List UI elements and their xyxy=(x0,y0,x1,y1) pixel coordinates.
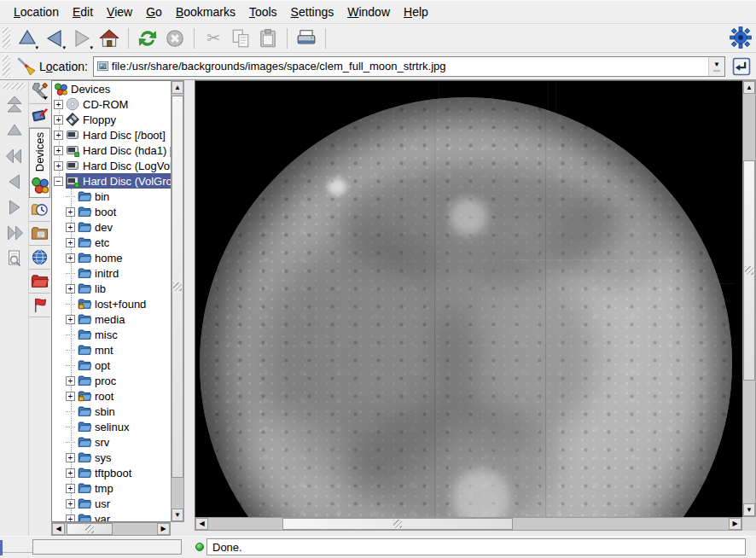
tree-vscrollbar[interactable]: ▲ ▼ xyxy=(171,80,184,522)
tree-row[interactable]: +proc xyxy=(52,373,171,388)
tree-row[interactable]: +tmp xyxy=(52,480,171,496)
preview-button[interactable] xyxy=(2,247,27,270)
tree-row[interactable]: +CD-ROM xyxy=(52,96,171,112)
menu-go[interactable]: Go xyxy=(139,2,169,22)
tree-row[interactable]: +root xyxy=(52,388,171,404)
tree-row[interactable]: sbin xyxy=(52,404,171,419)
tree-row[interactable]: +home xyxy=(52,250,171,265)
view-scroll-right-button[interactable]: ▶ xyxy=(729,518,741,530)
tree-scroll-up-button[interactable]: ▲ xyxy=(172,81,183,94)
menu-view[interactable]: View xyxy=(100,2,139,22)
first-page-button[interactable] xyxy=(2,144,27,167)
tree-scroll-left-button[interactable]: ◀ xyxy=(52,523,65,535)
tree-row[interactable]: +tftpboot xyxy=(52,465,171,480)
cut-button[interactable]: ✂ xyxy=(201,26,226,51)
previous-button[interactable] xyxy=(2,170,27,193)
tree-expander[interactable]: + xyxy=(66,514,75,523)
tree-row[interactable]: +Hard Disc (LogVol0 xyxy=(52,158,171,173)
view-scroll-up-button[interactable]: ▲ xyxy=(743,81,755,94)
menu-help[interactable]: Help xyxy=(397,2,435,22)
tree-expander[interactable]: + xyxy=(66,376,75,386)
tree-vscroll-thumb[interactable] xyxy=(172,96,183,478)
tree-row[interactable]: −Hard Disc (VolGrou xyxy=(52,173,171,189)
tree-expander[interactable]: + xyxy=(66,253,75,263)
print-button[interactable] xyxy=(294,26,319,51)
back-button[interactable]: ▾ xyxy=(42,26,67,51)
stop-button[interactable] xyxy=(162,26,188,51)
back-dropdown-arrow[interactable]: ▾ xyxy=(62,44,66,50)
clear-location-button[interactable] xyxy=(15,55,38,78)
paste-button[interactable] xyxy=(255,26,281,51)
up-button[interactable]: ▾ xyxy=(15,26,40,51)
sidebar-configure-button[interactable] xyxy=(29,80,50,104)
tree-row[interactable]: srv xyxy=(52,434,171,450)
tab-desktop[interactable] xyxy=(29,104,50,128)
nav-strip-handle[interactable] xyxy=(3,83,26,90)
tree-row[interactable]: +dev xyxy=(52,219,171,235)
tree-expander[interactable]: − xyxy=(54,177,63,186)
last-page-button[interactable] xyxy=(2,221,27,244)
forward-button[interactable]: ▾ xyxy=(69,26,95,51)
up-nav-button[interactable] xyxy=(2,119,27,142)
konqueror-gear-button[interactable] xyxy=(729,26,753,49)
tree-expander[interactable]: + xyxy=(54,146,63,155)
tree-row[interactable]: +lib xyxy=(52,281,171,296)
tree-expander[interactable]: + xyxy=(66,453,75,462)
panel-splitter[interactable] xyxy=(184,80,195,536)
tree-row[interactable]: initrd xyxy=(52,265,171,281)
location-dropdown-button[interactable]: ▼ xyxy=(708,57,724,76)
view-scroll-left-button[interactable]: ◀ xyxy=(195,518,208,530)
location-input[interactable] xyxy=(109,58,708,75)
next-button[interactable] xyxy=(2,195,27,218)
tree-expander[interactable]: + xyxy=(66,284,75,294)
tree-expander[interactable]: + xyxy=(54,100,63,109)
tree-row[interactable]: mnt xyxy=(52,342,171,357)
tree-expander[interactable]: + xyxy=(66,468,75,478)
tree-row[interactable]: +media xyxy=(52,311,171,327)
statusbar-handle[interactable] xyxy=(0,540,3,555)
go-button[interactable] xyxy=(730,55,753,78)
tab-network[interactable] xyxy=(29,246,50,270)
tree-expander[interactable]: + xyxy=(66,238,75,247)
menu-tools[interactable]: Tools xyxy=(242,2,284,22)
menu-window[interactable]: Window xyxy=(340,2,397,22)
location-combobox[interactable]: ▼ xyxy=(93,56,725,77)
tree-scroll-right-button[interactable]: ▶ xyxy=(157,523,170,535)
tree-row[interactable]: bin xyxy=(52,189,171,204)
tree-expander[interactable]: + xyxy=(66,484,75,493)
tree-row[interactable]: selinux xyxy=(52,419,171,434)
location-toolbar-handle[interactable] xyxy=(3,55,10,78)
tree-row[interactable]: +var xyxy=(52,511,171,522)
up-dropdown-arrow[interactable]: ▾ xyxy=(35,44,38,50)
tab-history[interactable] xyxy=(29,198,50,222)
menu-bookmarks[interactable]: Bookmarks xyxy=(169,2,242,22)
view-vscroll-thumb[interactable] xyxy=(743,160,755,381)
tree-row[interactable]: opt xyxy=(52,357,171,373)
tree-row[interactable]: +Hard Disc (hda1) [/ xyxy=(52,142,171,158)
tree-hscroll-thumb[interactable] xyxy=(67,523,113,535)
tree-row[interactable]: +usr xyxy=(52,496,171,511)
reload-button[interactable] xyxy=(135,26,160,51)
tree-row[interactable]: +Hard Disc [/boot] xyxy=(52,127,171,142)
home-button[interactable] xyxy=(96,26,122,51)
tree-row[interactable]: +boot xyxy=(52,204,171,219)
tree-row[interactable]: +etc xyxy=(52,235,171,250)
tab-home-folder[interactable] xyxy=(29,222,50,246)
tree-expander[interactable]: + xyxy=(54,131,63,140)
view-vscrollbar[interactable]: ▲ ▼ xyxy=(742,80,756,517)
view-hscroll-thumb[interactable] xyxy=(282,518,513,530)
top-button[interactable] xyxy=(2,93,27,116)
menu-settings[interactable]: Settings xyxy=(284,2,341,22)
tab-root-folder[interactable] xyxy=(29,270,50,294)
tree-hscrollbar[interactable]: ◀ ▶ xyxy=(51,522,171,536)
toolbar-handle[interactable] xyxy=(3,27,10,49)
copy-button[interactable] xyxy=(228,26,253,51)
tree-scroll-down-button[interactable]: ▼ xyxy=(172,509,183,521)
tree-expander[interactable]: + xyxy=(66,223,75,232)
tab-bookmarks[interactable] xyxy=(29,294,50,317)
tree-expander[interactable]: + xyxy=(54,161,63,171)
tree-row[interactable]: +sys xyxy=(52,450,171,465)
tree-expander[interactable]: + xyxy=(66,207,75,217)
image-view[interactable] xyxy=(195,80,742,517)
view-hscrollbar[interactable]: ◀ ▶ xyxy=(195,517,742,531)
